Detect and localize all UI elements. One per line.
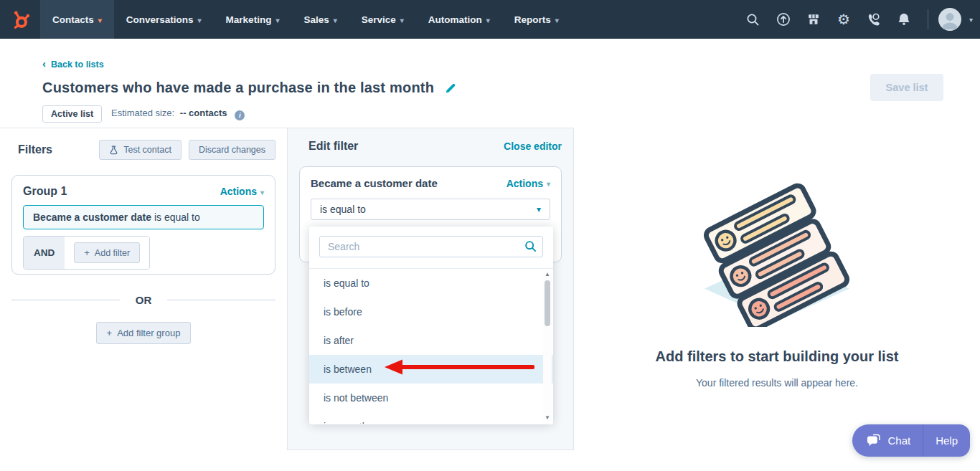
and-add-filter-row: AND + Add filter: [23, 236, 150, 270]
avatar[interactable]: [938, 8, 961, 31]
scroll-up-icon[interactable]: ▲: [545, 271, 550, 278]
search-icon[interactable]: [740, 6, 767, 33]
chevron-down-icon: ▾: [198, 16, 202, 24]
back-chevron-icon: ‹: [42, 58, 46, 69]
filters-heading: Filters: [18, 143, 52, 156]
actions-label: Actions: [507, 178, 543, 189]
chevron-down-icon: ▾: [334, 16, 337, 24]
filter-group-card: Group 1 Actions ▾ Became a customer date…: [11, 175, 275, 275]
editor-actions-dropdown[interactable]: Actions ▾: [507, 178, 550, 189]
option-is-not-between[interactable]: is not between: [309, 384, 553, 412]
chevron-down-icon: ▾: [486, 16, 490, 24]
add-filter-label: Add filter: [95, 248, 130, 258]
filter-condition[interactable]: Became a customer date is equal to: [23, 205, 264, 229]
option-is-after[interactable]: is after: [309, 326, 553, 355]
option-is-between[interactable]: is between: [309, 355, 553, 384]
operator-dropdown-popover: is equal to is before is after is betwee…: [309, 227, 553, 424]
nav-item-reports[interactable]: Reports ▾: [502, 0, 571, 39]
plus-icon: +: [107, 328, 113, 338]
primary-nav: Contacts ▾ Conversations ▾ Marketing ▾ S…: [40, 0, 571, 39]
test-contact-label: Test contact: [123, 145, 171, 155]
page-title: Customers who have made a purchase in th…: [42, 80, 434, 96]
nav-item-label: Conversations: [126, 14, 194, 25]
nav-item-label: Service: [362, 14, 396, 25]
search-input[interactable]: [319, 236, 543, 257]
info-icon[interactable]: i: [235, 110, 245, 120]
test-contact-button[interactable]: Test contact: [99, 140, 182, 160]
nav-item-sales[interactable]: Sales ▾: [291, 0, 349, 39]
help-label: Help: [936, 434, 958, 447]
option-is-equal-to[interactable]: is equal to: [309, 269, 553, 298]
chat-bubble-icon: [866, 434, 881, 447]
nav-item-conversations[interactable]: Conversations ▾: [114, 0, 214, 39]
or-label: OR: [136, 294, 152, 306]
nav-item-service[interactable]: Service ▾: [349, 0, 416, 39]
nav-item-automation[interactable]: Automation ▾: [416, 0, 502, 39]
chevron-down-icon: ▾: [537, 204, 541, 214]
chevron-down-icon: ▾: [400, 16, 404, 24]
save-list-button[interactable]: Save list: [870, 74, 943, 101]
filter-builder: Filters Test contact Discard changes Gro…: [0, 128, 574, 471]
hubspot-logo[interactable]: [0, 0, 40, 39]
empty-state-title: Add filters to start building your list: [656, 348, 899, 365]
plus-icon: +: [84, 247, 90, 258]
add-filter-group-label: Add filter group: [117, 328, 180, 338]
discard-changes-button[interactable]: Discard changes: [189, 140, 275, 160]
chevron-down-icon: ▾: [547, 180, 550, 188]
actions-label: Actions: [220, 186, 257, 197]
nav-divider: [928, 9, 928, 29]
scrollbar[interactable]: ▲ ▼: [543, 271, 552, 422]
chevron-down-icon: ▾: [275, 16, 279, 24]
calling-icon[interactable]: [860, 6, 887, 33]
chat-label: Chat: [887, 434, 910, 447]
empty-state-subtitle: Your filtered results will appear here.: [696, 377, 858, 389]
condition-property: Became a customer date: [33, 211, 151, 223]
add-filter-group-button[interactable]: + Add filter group: [96, 322, 192, 344]
nav-item-marketing[interactable]: Marketing ▾: [214, 0, 292, 39]
status-badge: Active list: [42, 105, 102, 123]
chevron-down-icon: ▾: [260, 189, 264, 196]
filters-panel: Filters Test contact Discard changes Gro…: [0, 128, 287, 471]
operator-options-list: is equal to is before is after is betwee…: [309, 268, 553, 424]
option-is-more-than[interactable]: is more than: [309, 412, 553, 424]
nav-item-label: Marketing: [226, 14, 272, 25]
condition-operator: is equal to: [154, 211, 200, 223]
nav-item-label: Automation: [428, 14, 482, 25]
notifications-bell-icon[interactable]: [890, 6, 918, 33]
back-to-lists-link[interactable]: ‹ Back to lists: [42, 60, 104, 70]
back-link-label: Back to lists: [51, 60, 104, 70]
upload-circle-icon[interactable]: [770, 6, 797, 33]
scrollbar-thumb[interactable]: [545, 280, 550, 326]
flask-icon: [109, 146, 118, 155]
nav-item-label: Reports: [514, 14, 551, 25]
results-empty-state: Add filters to start building your list …: [574, 128, 980, 471]
operator-value: is equal to: [320, 204, 366, 215]
top-navbar: Contacts ▾ Conversations ▾ Marketing ▾ S…: [0, 0, 980, 39]
search-icon[interactable]: [524, 240, 537, 255]
option-is-before[interactable]: is before: [309, 298, 553, 326]
add-filter-button[interactable]: + Add filter: [74, 242, 140, 263]
scroll-down-icon[interactable]: ▼: [545, 414, 550, 422]
settings-gear-icon[interactable]: ⚙: [830, 6, 857, 33]
nav-actions: ⚙ ▾: [740, 0, 980, 39]
chevron-down-icon: ▾: [555, 16, 559, 24]
edit-filter-panel: Edit filter Close editor Became a custom…: [287, 128, 574, 450]
operator-select[interactable]: is equal to ▾: [311, 199, 550, 220]
edit-filter-heading: Edit filter: [308, 140, 358, 153]
group-actions-dropdown[interactable]: Actions ▾: [220, 186, 264, 197]
contact-list-illustration: [692, 179, 862, 330]
nav-item-label: Contacts: [52, 14, 94, 25]
edit-title-pencil-icon[interactable]: [445, 82, 456, 94]
group-title: Group 1: [23, 185, 220, 198]
nav-item-contacts[interactable]: Contacts ▾: [40, 0, 114, 39]
chat-button[interactable]: Chat: [852, 424, 923, 457]
page-header: ‹ Back to lists Customers who have made …: [0, 39, 980, 123]
account-chevron-down-icon[interactable]: ▾: [969, 16, 973, 24]
or-divider: OR: [11, 294, 275, 306]
nav-item-label: Sales: [303, 14, 329, 25]
estimated-size-label: Estimated size:: [111, 108, 174, 118]
and-label: AND: [24, 237, 65, 269]
help-button[interactable]: Help: [923, 424, 970, 457]
marketplace-icon[interactable]: [800, 6, 827, 33]
close-editor-link[interactable]: Close editor: [504, 141, 562, 152]
